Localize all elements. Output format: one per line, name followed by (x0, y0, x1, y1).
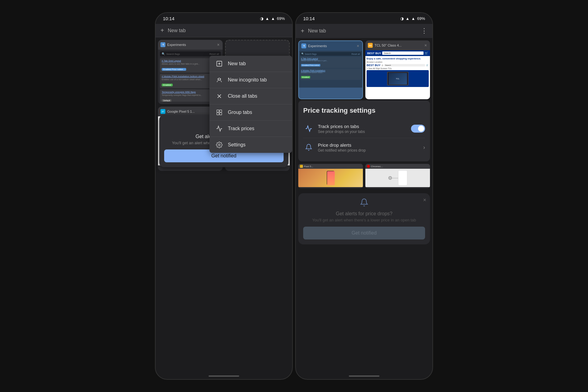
right-status-bar: 10:14 ◑ ▲ ▲ 69% (296, 13, 432, 24)
pixel-title: Google Pixel 5 1... (167, 110, 215, 113)
right-experiments-header: ⚗ Experiments × (299, 41, 362, 51)
price-alerts-icon (303, 142, 314, 153)
svg-rect-11 (220, 113, 222, 115)
left-status-icons: ◑ ▲ ▲ 69% (260, 16, 285, 21)
right-banner-close[interactable]: × (423, 197, 426, 203)
right-tcl-header: BB TCL 50" Class 4... × (365, 40, 430, 50)
incognito-dropdown-label: New incognito tab (228, 77, 267, 83)
price-tracking-panel: Price tracking settings Track prices on … (298, 100, 430, 161)
wifi-icon: ▲ (265, 16, 269, 21)
track-prices-icon (216, 125, 223, 132)
left-dropdown-menu: New tab New incognito tab (209, 56, 292, 153)
right-thumb-2[interactable]: Chromec... (365, 164, 430, 188)
right-tcl-title: TCL 50" Class 4... (375, 43, 422, 47)
track-prices-setting-icon (303, 123, 314, 134)
right-menu-icon[interactable]: ⋮ (421, 27, 428, 35)
dropdown-close-all[interactable]: Close all tabs (209, 88, 292, 104)
new-tab-dropdown-icon (216, 60, 223, 67)
left-plus-icon[interactable]: + (160, 27, 164, 34)
left-status-bar: 10:14 ◑ ▲ ▲ 69% (156, 13, 292, 24)
right-bottom-thumbnails: Pixel 5... Chromec... (296, 164, 432, 191)
svg-rect-9 (220, 110, 222, 112)
right-experiments-favicon: ⚗ (301, 43, 306, 48)
right-thumb-1[interactable]: Pixel 5... (298, 164, 363, 188)
right-signal-icon: ▲ (411, 16, 415, 21)
pixel-favicon: AT (160, 109, 165, 114)
search-icon-small: 🔍 (162, 52, 165, 55)
dropdown-track-prices[interactable]: Track prices (209, 121, 292, 137)
price-setting-alerts[interactable]: Price drop alerts Get notified when pric… (303, 138, 425, 156)
svg-point-5 (220, 79, 221, 80)
settings-icon (216, 141, 223, 149)
track-prices-name: Track prices on tabs (318, 124, 407, 129)
track-prices-info: Track prices on tabs See price drops on … (318, 124, 407, 134)
right-tcl-content: BEST BUY Search 🛒 Enjoy a safe, convenie… (365, 50, 430, 99)
right-phone: 10:14 ◑ ▲ ▲ 69% + New tab ⋮ ⚗ Experiment… (295, 12, 433, 380)
right-chrome-header: + New tab ⋮ (296, 24, 432, 38)
experiments-close[interactable]: × (217, 42, 220, 48)
price-tracking-title: Price tracking settings (303, 107, 425, 115)
right-experiments-title: Experiments (308, 44, 354, 48)
battery-icon: 69% (277, 16, 285, 21)
experiments-title: Experiments (167, 43, 215, 47)
svg-rect-8 (217, 110, 219, 112)
right-experiments-close[interactable]: × (356, 43, 360, 49)
right-wifi-icon: ▲ (405, 16, 409, 21)
right-battery-icon: 69% (417, 16, 425, 21)
incognito-icon (216, 76, 223, 84)
right-banner-title: Get alerts for price drops? (303, 211, 425, 217)
right-get-notified-button[interactable]: Get notified (303, 227, 425, 239)
price-setting-track-on-tabs[interactable]: Track prices on tabs See price drops on … (303, 119, 425, 138)
right-plus-icon[interactable]: + (301, 28, 304, 35)
settings-label: Settings (228, 142, 246, 148)
dropdown-new-tab[interactable]: New tab (209, 56, 292, 72)
svg-rect-10 (217, 113, 219, 115)
half-moon-icon: ◑ (260, 16, 263, 21)
group-tabs-icon (216, 109, 223, 116)
left-new-tab-label: New tab (168, 28, 287, 33)
price-alerts-name: Price drop alerts (318, 142, 420, 148)
svg-point-12 (218, 144, 220, 146)
close-all-label: Close all tabs (228, 93, 257, 99)
right-notification-banner: × Get alerts for price drops? You'll get… (298, 193, 430, 244)
dropdown-settings[interactable]: Settings (209, 137, 292, 153)
track-prices-label: Track prices (228, 126, 254, 131)
signal-icon: ▲ (271, 16, 275, 21)
right-home-indicator (349, 375, 379, 377)
right-banner-bell-icon (303, 198, 425, 209)
right-status-time: 10:14 (303, 16, 315, 21)
left-status-time: 10:14 (163, 16, 175, 21)
price-alerts-chevron: › (423, 144, 425, 151)
left-home-indicator (209, 375, 239, 377)
group-tabs-label: Group tabs (228, 110, 252, 115)
price-alerts-info: Price drop alerts Get notified when pric… (318, 142, 420, 153)
right-experiments-tab[interactable]: ⚗ Experiments × 🔍 Search flags Reset all… (298, 40, 363, 99)
svg-point-4 (218, 79, 219, 80)
right-tcl-close[interactable]: × (424, 42, 428, 48)
price-alerts-desc: Get notified when prices drop (318, 148, 420, 153)
right-half-moon-icon: ◑ (400, 16, 404, 21)
screens-container: 10:14 ◑ ▲ ▲ 69% + New tab ⚗ Experiments (0, 0, 588, 392)
right-top-tabs: ⚗ Experiments × 🔍 Search flags Reset all… (296, 38, 432, 100)
right-tcl-favicon: BB (368, 43, 373, 48)
track-prices-desc: See price drops on your tabs (318, 130, 407, 134)
right-tcl-tab[interactable]: BB TCL 50" Class 4... × BEST BUY Search … (365, 40, 430, 99)
right-experiments-content: 🔍 Search flags Reset all # Tab Grid Layo… (299, 51, 362, 88)
close-all-icon (216, 92, 223, 100)
right-status-icons: ◑ ▲ ▲ 69% (400, 16, 425, 21)
right-new-tab-label: New tab (308, 28, 417, 34)
dropdown-incognito[interactable]: New incognito tab (209, 72, 292, 88)
new-tab-dropdown-label: New tab (228, 61, 246, 66)
right-banner-desc: You'll get an alert when there's a lower… (303, 218, 425, 222)
track-prices-toggle[interactable] (411, 125, 425, 133)
left-chrome-header: + New tab (156, 24, 292, 37)
dropdown-group-tabs[interactable]: Group tabs (209, 104, 292, 121)
left-phone: 10:14 ◑ ▲ ▲ 69% + New tab ⚗ Experiments (155, 12, 293, 380)
tab-card-experiments-header: ⚗ Experiments × (158, 40, 223, 50)
experiments-favicon: ⚗ (160, 42, 165, 47)
